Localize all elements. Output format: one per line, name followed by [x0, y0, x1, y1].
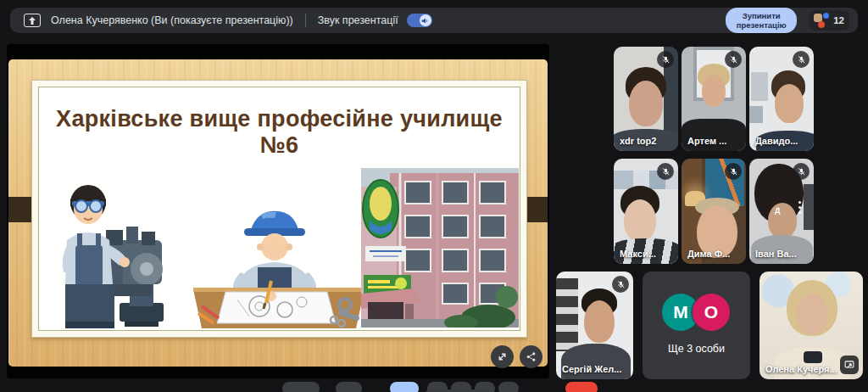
speaker-icon — [421, 17, 429, 25]
participant-tile[interactable]: Олена Кучеря... — [760, 272, 863, 379]
share-button[interactable] — [520, 345, 542, 368]
expand-icon — [497, 351, 508, 362]
presentation-slide: Харківське вище професійне училище №6 — [8, 59, 548, 367]
toolbar-button[interactable] — [336, 382, 362, 392]
school-building-photo — [361, 168, 519, 328]
face-shape — [702, 75, 726, 107]
presenter-label: Олена Кучерявенко (Ви (показуєте презент… — [51, 14, 293, 26]
participant-tile[interactable]: Сергій Жел... — [556, 272, 633, 379]
participant-name: Артем ... — [687, 136, 726, 146]
mic-muted-icon — [657, 51, 674, 68]
participant-name: Іван Ва... — [755, 249, 797, 259]
present-screen-icon — [24, 14, 41, 27]
overflow-participants-tile[interactable]: M O Ще 3 особи — [643, 272, 750, 379]
participant-name: Сергій Жел... — [562, 364, 621, 374]
shared-screen: Харківське вище професійне училище №6 — [7, 44, 549, 378]
participant-tile[interactable]: Артем ... — [682, 47, 746, 151]
participant-tile[interactable]: Дима Ф... — [682, 159, 746, 264]
face-shape — [768, 203, 797, 238]
presentation-audio-toggle[interactable] — [407, 14, 432, 27]
participant-tile[interactable]: xdr top2 — [614, 47, 678, 151]
fullscreen-button[interactable] — [491, 345, 514, 368]
collar-shape — [804, 351, 822, 363]
mic-muted-icon — [725, 163, 742, 180]
participant-count-badge[interactable]: 12 — [809, 10, 849, 31]
participant-avatars-icon — [814, 13, 829, 28]
participant-name: xdr top2 — [620, 136, 656, 146]
presentation-info-bar: Олена Кучерявенко (Ви (показуєте презент… — [10, 8, 858, 33]
body-shape — [682, 119, 746, 151]
chair-shape — [804, 184, 814, 230]
participant-count: 12 — [833, 15, 844, 25]
mic-muted-icon — [657, 163, 674, 180]
face-shape — [629, 81, 663, 126]
participant-name: Давидо... — [755, 136, 798, 146]
divider — [305, 14, 306, 27]
poster-grid-shape — [556, 278, 578, 351]
toolbar-button[interactable] — [498, 382, 519, 392]
mic-muted-icon — [793, 163, 810, 180]
poster-shape — [749, 106, 763, 123]
face-shape — [775, 84, 804, 123]
participant-name: Макси... — [620, 249, 656, 259]
participant-name: Олена Кучеря... — [765, 364, 837, 374]
mic-muted-icon — [793, 51, 810, 68]
share-icon — [526, 351, 537, 362]
machinist-illustration — [42, 174, 169, 328]
toggle-knob — [420, 14, 431, 26]
face-shape — [624, 199, 656, 242]
draftsman-illustration — [190, 208, 368, 328]
slide-title: Харківське вище професійне училище №6 — [39, 106, 520, 159]
slide-card: Харківське вище професійне училище №6 — [31, 80, 527, 338]
toolbar-button-active[interactable] — [390, 382, 419, 392]
mic-muted-icon — [725, 51, 742, 68]
toolbar-button[interactable] — [282, 382, 320, 392]
earring-dots — [798, 201, 801, 204]
meeting-window: Олена Кучерявенко (Ви (показуєте презент… — [0, 0, 868, 392]
screen-share-indicator-icon — [840, 356, 859, 374]
face-jewelry-glyph: Д — [775, 206, 780, 215]
overflow-label: Ще 3 особи — [643, 343, 750, 355]
participant-tile[interactable]: Макси... — [614, 159, 678, 264]
participant-tile[interactable]: Д Іван Ва... — [749, 159, 814, 264]
face-shape — [584, 300, 615, 343]
stop-presentation-button[interactable]: Зупинити презентацію — [726, 8, 797, 33]
mic-muted-icon — [612, 276, 629, 293]
avatar-o: O — [693, 294, 730, 331]
poster-shape — [751, 72, 768, 101]
face-shape — [797, 294, 827, 334]
participant-tile[interactable]: Давидо... — [749, 47, 814, 151]
presentation-audio-label: Звук презентації — [318, 14, 398, 26]
leave-call-button[interactable] — [565, 382, 598, 392]
participant-name: Дима Ф... — [687, 249, 730, 259]
